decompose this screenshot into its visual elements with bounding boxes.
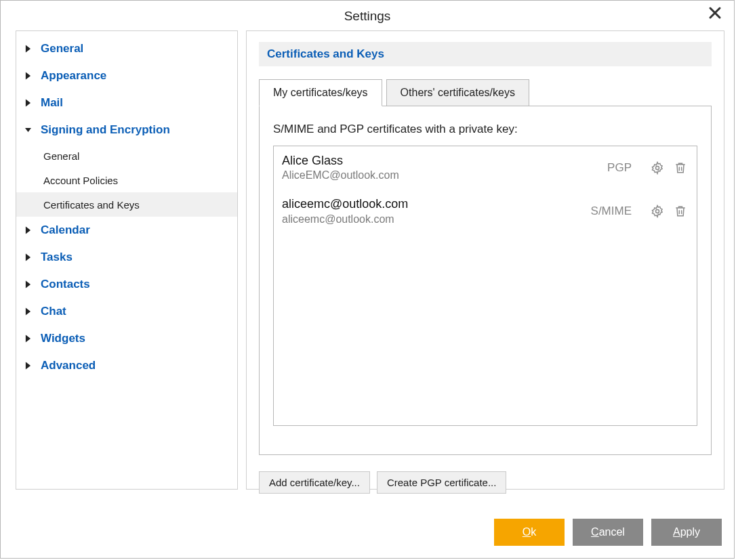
- certificate-list: Alice Glass AliceEMC@outlook.com PGP: [273, 146, 697, 426]
- tab-label: Others' certificates/keys: [401, 87, 515, 98]
- sidebar-subitem-label: General: [43, 150, 79, 162]
- sidebar-item-label: General: [41, 42, 83, 56]
- sidebar: General Appearance Mail Signing and Encr…: [16, 30, 238, 490]
- sidebar-item-contacts[interactable]: Contacts: [16, 271, 237, 298]
- sidebar-subitem-account-policies[interactable]: Account Policies: [16, 168, 237, 192]
- certificate-name: aliceemc@outlook.com: [282, 196, 591, 212]
- certificate-row[interactable]: Alice Glass AliceEMC@outlook.com PGP: [274, 146, 697, 190]
- certificate-info: aliceemc@outlook.com aliceemc@outlook.co…: [282, 196, 591, 226]
- svg-marker-6: [25, 227, 30, 234]
- dialog-title: Settings: [1, 1, 734, 30]
- create-pgp-certificate-button[interactable]: Create PGP certificate...: [377, 471, 506, 494]
- svg-marker-2: [25, 45, 30, 53]
- button-label-rest: k: [531, 526, 536, 538]
- sidebar-item-chat[interactable]: Chat: [16, 298, 237, 325]
- tabbar: My certificates/keys Others' certificate…: [259, 79, 712, 106]
- apply-button[interactable]: Apply: [651, 519, 722, 546]
- close-icon[interactable]: [708, 6, 724, 22]
- sidebar-item-advanced[interactable]: Advanced: [16, 352, 237, 379]
- tab-label: My certificates/keys: [273, 87, 368, 98]
- sidebar-item-mail[interactable]: Mail: [16, 89, 237, 116]
- ok-button[interactable]: Ok: [494, 519, 565, 546]
- button-label: Create PGP certificate...: [387, 477, 496, 488]
- add-certificate-button[interactable]: Add certificate/key...: [259, 471, 370, 494]
- tab-others-certificates[interactable]: Others' certificates/keys: [386, 79, 529, 106]
- sidebar-item-label: Appearance: [41, 69, 106, 83]
- sidebar-item-label: Widgets: [41, 332, 85, 345]
- tab-my-certificates[interactable]: My certificates/keys: [259, 79, 382, 106]
- sidebar-item-label: Mail: [41, 96, 63, 110]
- certificate-type: S/MIME: [591, 204, 632, 218]
- main-panel: Certificates and Keys My certificates/ke…: [246, 30, 724, 490]
- svg-marker-9: [25, 308, 30, 316]
- certificate-email: aliceemc@outlook.com: [282, 213, 591, 227]
- panel-buttons: Add certificate/key... Create PGP certif…: [259, 471, 712, 494]
- mnemonic: O: [523, 526, 531, 538]
- sidebar-item-label: Tasks: [41, 251, 73, 264]
- svg-marker-3: [25, 72, 30, 80]
- certificate-name: Alice Glass: [282, 153, 607, 169]
- cancel-button[interactable]: Cancel: [573, 519, 643, 546]
- sidebar-subitem-certificates-and-keys[interactable]: Certificates and Keys: [16, 192, 237, 217]
- caret-right-icon: [22, 360, 34, 372]
- caret-right-icon: [22, 278, 34, 290]
- trash-icon[interactable]: [672, 203, 689, 219]
- sidebar-item-widgets[interactable]: Widgets: [16, 325, 237, 352]
- certificate-type: PGP: [607, 161, 632, 175]
- certificate-row[interactable]: aliceemc@outlook.com aliceemc@outlook.co…: [274, 190, 697, 233]
- dialog-body: General Appearance Mail Signing and Encr…: [1, 30, 734, 490]
- sidebar-item-label: Contacts: [41, 278, 90, 291]
- sidebar-item-appearance[interactable]: Appearance: [16, 62, 237, 89]
- svg-marker-7: [25, 254, 30, 261]
- certificate-info: Alice Glass AliceEMC@outlook.com: [282, 153, 607, 183]
- sidebar-item-signing-and-encryption[interactable]: Signing and Encryption: [16, 116, 237, 144]
- sidebar-item-label: Calendar: [41, 223, 90, 237]
- svg-marker-8: [25, 281, 30, 288]
- sidebar-item-tasks[interactable]: Tasks: [16, 244, 237, 271]
- caret-right-icon: [22, 43, 34, 55]
- svg-marker-10: [25, 335, 30, 343]
- caret-right-icon: [22, 70, 34, 82]
- sidebar-item-general[interactable]: General: [16, 35, 237, 62]
- mnemonic: C: [591, 526, 599, 538]
- caret-down-icon: [22, 124, 34, 136]
- certificate-email: AliceEMC@outlook.com: [282, 169, 607, 183]
- svg-marker-11: [25, 362, 30, 370]
- trash-icon[interactable]: [672, 160, 689, 176]
- svg-point-12: [656, 167, 659, 170]
- tabset: My certificates/keys Others' certificate…: [259, 79, 712, 455]
- svg-marker-5: [25, 128, 31, 132]
- sidebar-subitem-label: Account Policies: [43, 175, 118, 186]
- gear-icon[interactable]: [649, 203, 666, 219]
- sidebar-subitem-label: Certificates and Keys: [43, 199, 140, 211]
- sidebar-item-label: Advanced: [41, 359, 96, 372]
- sidebar-item-calendar[interactable]: Calendar: [16, 217, 237, 244]
- sidebar-subitem-general[interactable]: General: [16, 144, 237, 168]
- panel-description: S/MIME and PGP certificates with a priva…: [273, 123, 697, 136]
- gear-icon[interactable]: [649, 160, 666, 176]
- button-label: Add certificate/key...: [269, 477, 360, 488]
- caret-right-icon: [22, 305, 34, 318]
- svg-marker-4: [25, 100, 30, 107]
- svg-point-15: [656, 210, 659, 213]
- settings-dialog: Settings General Appearance Mail: [0, 0, 735, 559]
- button-label-rest: ancel: [599, 526, 625, 538]
- caret-right-icon: [22, 97, 34, 109]
- caret-right-icon: [22, 224, 34, 236]
- dialog-buttons: Ok Cancel Apply: [494, 519, 722, 546]
- button-label-rest: pply: [680, 526, 700, 538]
- caret-right-icon: [22, 332, 34, 345]
- panel-heading: Certificates and Keys: [259, 42, 712, 66]
- caret-right-icon: [22, 251, 34, 263]
- tab-content: S/MIME and PGP certificates with a priva…: [259, 106, 712, 455]
- mnemonic: A: [673, 526, 680, 538]
- sidebar-item-label: Signing and Encryption: [41, 123, 170, 137]
- sidebar-item-label: Chat: [41, 305, 66, 318]
